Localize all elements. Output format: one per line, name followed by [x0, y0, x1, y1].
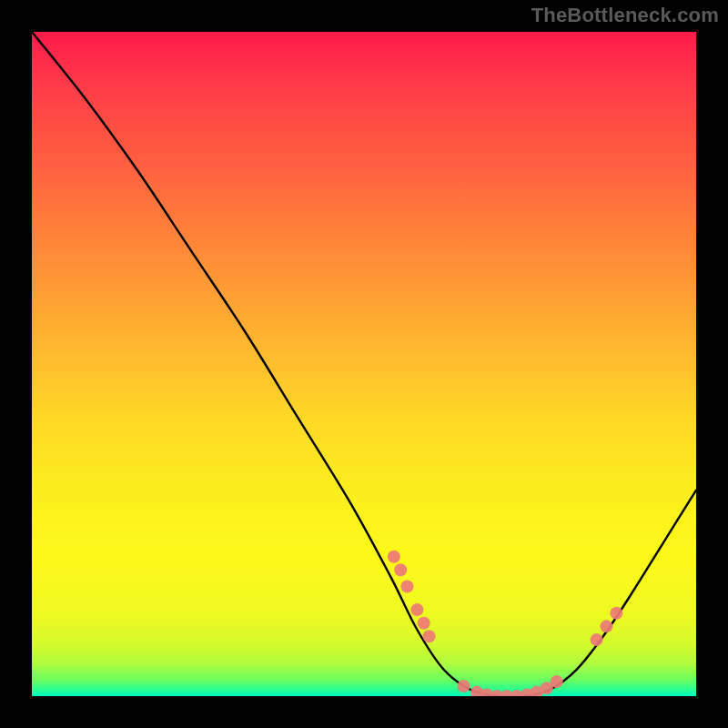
chart-frame: TheBottleneck.com [0, 0, 728, 728]
plot-area [32, 32, 696, 696]
marker-dot [551, 675, 563, 688]
curve-layer [32, 32, 696, 696]
marker-dot [423, 630, 436, 642]
marker-dot [458, 680, 470, 693]
highlighted-points [388, 551, 623, 696]
marker-dot [591, 633, 603, 646]
marker-dot [418, 617, 430, 630]
bottleneck-curve [32, 32, 696, 696]
marker-dot [600, 620, 612, 632]
marker-dot [610, 607, 622, 620]
attribution-label: TheBottleneck.com [531, 4, 719, 27]
marker-dot [394, 563, 407, 576]
marker-dot [400, 581, 413, 593]
marker-dot [388, 551, 400, 563]
marker-dot [410, 603, 423, 616]
